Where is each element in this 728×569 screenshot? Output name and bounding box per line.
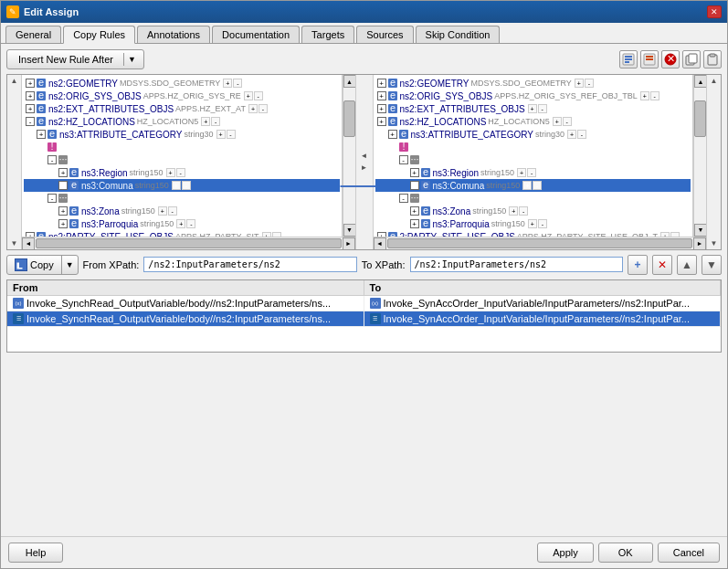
add-mapping-button[interactable]: + bbox=[628, 255, 648, 275]
tree-expander[interactable]: + bbox=[377, 91, 386, 100]
scroll-down-btn[interactable]: ▼ bbox=[343, 224, 355, 237]
insert-rule-arrow[interactable]: ▼ bbox=[123, 53, 140, 66]
node-btn[interactable]: - bbox=[563, 117, 572, 126]
tree-expander[interactable]: + bbox=[377, 104, 386, 113]
node-btn[interactable]: + bbox=[248, 104, 258, 113]
node-btn[interactable]: - bbox=[211, 117, 220, 126]
tree-item[interactable]: +ens3:Comunastring150+- bbox=[24, 179, 340, 192]
tree-expander[interactable]: + bbox=[388, 130, 397, 139]
node-btn[interactable]: + bbox=[575, 79, 584, 88]
tree-item[interactable]: +ens2:ORIG_SYS_OBJSAPPS.HZ_ORIG_SYS_RE+- bbox=[24, 90, 340, 102]
scroll-down-arrow[interactable]: ▼ bbox=[9, 239, 19, 248]
tab-skip-condition[interactable]: Skip Condition bbox=[416, 26, 501, 43]
close-button[interactable]: ✕ bbox=[707, 5, 722, 18]
tree-expander[interactable]: + bbox=[410, 181, 419, 190]
arrow-right[interactable]: ► bbox=[359, 162, 370, 174]
insert-rule-button[interactable]: Insert New Rule After ▼ bbox=[6, 49, 144, 69]
tree-expander[interactable]: + bbox=[26, 79, 35, 88]
rscroll-up-side[interactable]: ▲ bbox=[709, 77, 719, 85]
tree-expander[interactable]: + bbox=[58, 168, 68, 177]
hscroll-left-btn[interactable]: ◄ bbox=[22, 237, 35, 249]
rscroll-up-btn[interactable]: ▲ bbox=[694, 75, 706, 88]
tree-expander[interactable]: + bbox=[26, 91, 35, 100]
node-btn[interactable]: - bbox=[533, 181, 542, 190]
move-down-button[interactable]: ▼ bbox=[702, 255, 722, 275]
tree-item[interactable]: -··· bbox=[375, 153, 691, 166]
copy-main[interactable]: Copy bbox=[7, 256, 61, 274]
tree-expander[interactable]: + bbox=[26, 104, 35, 113]
left-tree-scrollbar[interactable]: ▲ ▼ bbox=[343, 75, 355, 237]
toolbar-icon-4[interactable] bbox=[682, 50, 701, 68]
tree-item[interactable]: +ens3:Zonastring150+- bbox=[375, 205, 691, 217]
tree-expander[interactable]: - bbox=[399, 194, 408, 203]
tree-item[interactable]: +ens3:Regionstring150+- bbox=[24, 166, 340, 179]
left-tree-panel[interactable]: +ens2:GEOMETRYMDSYS.SDO_GEOMETRY+-+ens2:… bbox=[22, 75, 343, 237]
node-btn[interactable]: + bbox=[553, 117, 562, 126]
node-btn[interactable]: - bbox=[254, 91, 263, 100]
toolbar-icon-1[interactable] bbox=[619, 50, 638, 68]
node-btn[interactable]: - bbox=[527, 168, 536, 177]
tree-item[interactable]: +ens2:EXT_ATTRIBUTES_OBJSAPPS.HZ_EXT_AT+… bbox=[24, 102, 340, 115]
arrow-left[interactable]: ◄ bbox=[359, 150, 370, 162]
tree-item[interactable]: +ens2:GEOMETRYMDSYS.SDO_GEOMETRY+- bbox=[375, 77, 691, 90]
node-btn[interactable]: - bbox=[258, 104, 268, 113]
toolbar-icon-3[interactable]: ✕ bbox=[661, 50, 680, 68]
node-btn[interactable]: - bbox=[233, 79, 242, 88]
copy-dropdown[interactable]: Copy ▼ bbox=[6, 255, 79, 275]
tree-expander[interactable]: + bbox=[377, 117, 386, 126]
tree-item[interactable]: -ens2:HZ_LOCATIONSHZ_LOCATION5+- bbox=[24, 115, 340, 128]
tab-sources[interactable]: Sources bbox=[356, 26, 413, 43]
tree-item[interactable]: +ens3:Parroquiastring150+- bbox=[375, 217, 691, 230]
rhscroll-right-btn[interactable]: ► bbox=[693, 237, 706, 249]
tab-annotations[interactable]: Annotations bbox=[137, 26, 210, 43]
tree-item[interactable]: +ens3:Zonastring150+- bbox=[24, 205, 340, 217]
hscroll-right-btn[interactable]: ► bbox=[343, 237, 355, 249]
node-btn[interactable]: - bbox=[519, 206, 528, 216]
tree-item[interactable]: +ens3:ATTRIBUTE_CATEGORYstring30+- bbox=[375, 128, 691, 141]
node-btn[interactable]: + bbox=[216, 130, 226, 139]
node-btn[interactable]: - bbox=[577, 130, 586, 139]
node-btn[interactable]: - bbox=[168, 206, 177, 216]
node-btn[interactable]: + bbox=[158, 206, 167, 216]
node-btn[interactable]: + bbox=[244, 91, 253, 100]
tree-expander[interactable]: - bbox=[399, 155, 408, 164]
tree-expander[interactable]: + bbox=[377, 79, 386, 88]
tree-item[interactable]: +ens3:ATTRIBUTE_CATEGORYstring30+- bbox=[24, 128, 340, 141]
tree-item[interactable]: -··· bbox=[375, 192, 691, 205]
node-btn[interactable]: + bbox=[517, 168, 526, 177]
tree-expander[interactable]: + bbox=[58, 181, 68, 190]
move-up-button[interactable]: ▲ bbox=[677, 255, 697, 275]
node-btn[interactable]: + bbox=[166, 168, 175, 177]
right-tree-panel[interactable]: +ens2:GEOMETRYMDSYS.SDO_GEOMETRY+-+ens2:… bbox=[374, 75, 694, 237]
left-tree-hscrollbar[interactable]: ◄ ► bbox=[22, 237, 355, 249]
scroll-up-arrow[interactable]: ▲ bbox=[9, 77, 19, 85]
node-btn[interactable]: + bbox=[522, 181, 532, 190]
cancel-button[interactable]: Cancel bbox=[658, 543, 720, 563]
tree-expander[interactable]: + bbox=[410, 219, 419, 228]
node-btn[interactable]: + bbox=[528, 104, 537, 113]
node-btn[interactable]: + bbox=[640, 91, 649, 100]
node-btn[interactable]: + bbox=[201, 117, 210, 126]
tab-copy-rules[interactable]: Copy Rules bbox=[63, 26, 135, 44]
node-btn[interactable]: - bbox=[182, 181, 191, 190]
tree-expander[interactable]: + bbox=[58, 206, 68, 216]
rhscroll-left-btn[interactable]: ◄ bbox=[374, 237, 386, 249]
tree-item[interactable]: +ens3:Comunastring150+- bbox=[375, 179, 691, 192]
scroll-up-btn[interactable]: ▲ bbox=[343, 75, 355, 88]
tree-item[interactable]: ! bbox=[375, 141, 691, 153]
delete-mapping-button[interactable]: ✕ bbox=[652, 255, 672, 275]
right-tree-scrollbar[interactable]: ▲ ▼ bbox=[693, 75, 706, 237]
tree-item[interactable]: ! bbox=[24, 141, 340, 153]
node-btn[interactable]: + bbox=[509, 206, 518, 216]
toolbar-icon-2[interactable] bbox=[640, 50, 659, 68]
tree-expander[interactable]: + bbox=[58, 219, 68, 228]
node-btn[interactable]: - bbox=[650, 91, 659, 100]
tree-item[interactable]: -··· bbox=[24, 192, 340, 205]
tree-item[interactable]: +ens2:HZ_LOCATIONSHZ_LOCATION5+- bbox=[375, 115, 691, 128]
node-btn[interactable]: - bbox=[176, 168, 185, 177]
node-btn[interactable]: + bbox=[567, 130, 576, 139]
tree-item[interactable]: +ens2:EXT_ATTRIBUTES_OBJS+- bbox=[375, 102, 691, 115]
tree-item[interactable]: -··· bbox=[24, 153, 340, 166]
tree-expander[interactable]: + bbox=[37, 130, 46, 139]
help-button[interactable]: Help bbox=[8, 543, 63, 563]
